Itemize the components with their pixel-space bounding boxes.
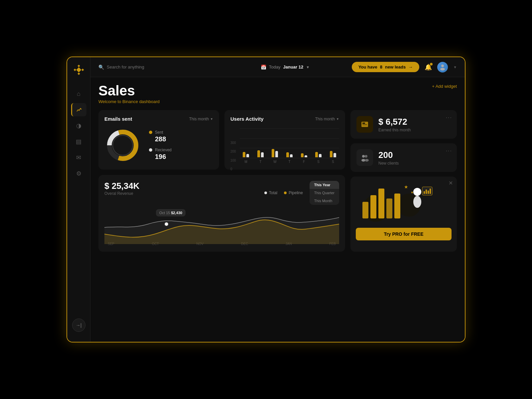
calendar-icon: 📅 bbox=[261, 65, 266, 70]
bar-gold bbox=[301, 153, 304, 157]
bar-x-label: M bbox=[245, 160, 247, 164]
bar-x-label: T bbox=[259, 160, 261, 164]
svg-rect-31 bbox=[426, 190, 427, 194]
clients-label: New clients bbox=[378, 161, 399, 166]
collapse-button[interactable]: →| bbox=[72, 319, 85, 332]
received-legend-item: Recieved 196 bbox=[149, 148, 172, 161]
bar-white bbox=[305, 155, 307, 157]
leads-button[interactable]: You have 8 new leads → bbox=[352, 62, 419, 72]
clients-icon bbox=[356, 149, 373, 166]
bar-white bbox=[261, 152, 264, 157]
svg-rect-23 bbox=[386, 199, 392, 218]
bar-group: S bbox=[312, 127, 325, 164]
svg-text:★: ★ bbox=[411, 191, 414, 194]
clients-menu[interactable]: ··· bbox=[446, 148, 452, 154]
revenue-value: $ 25,34K bbox=[104, 181, 140, 191]
svg-rect-2 bbox=[77, 72, 80, 75]
svg-rect-1 bbox=[73, 68, 76, 71]
earnings-label: Earned this month bbox=[378, 128, 411, 132]
svg-point-14 bbox=[362, 155, 365, 158]
bar-group: F bbox=[298, 127, 310, 164]
earnings-menu[interactable]: ··· bbox=[446, 115, 452, 121]
svg-rect-12 bbox=[362, 123, 365, 124]
pro-illustration-svg: ★ ★ bbox=[356, 182, 436, 222]
bar-gold bbox=[272, 149, 274, 158]
svg-point-34 bbox=[165, 222, 169, 226]
page-title: Sales bbox=[98, 84, 160, 98]
sidebar-item-sales[interactable] bbox=[71, 103, 86, 116]
earnings-value: $ 6,572 bbox=[378, 117, 411, 127]
tooltip-date: Oct 15 bbox=[159, 211, 170, 215]
bar-x-label: S bbox=[332, 160, 334, 164]
total-dot bbox=[264, 192, 267, 194]
date-value: Januar 12 bbox=[283, 65, 303, 69]
bar-group: T bbox=[254, 127, 267, 164]
emails-legend: Sent 288 Recieved 196 bbox=[149, 130, 172, 161]
total-legend: Total bbox=[264, 191, 277, 195]
activity-filter[interactable]: This month ▼ bbox=[315, 117, 339, 121]
activity-filter-icon: ▼ bbox=[336, 117, 339, 121]
clients-info: 200 New clients bbox=[378, 150, 399, 166]
bar-group: W bbox=[269, 127, 281, 164]
avatar[interactable] bbox=[437, 62, 448, 72]
activity-chart-area: 300 200 100 0 MTWTFSS bbox=[230, 127, 339, 164]
emails-filter[interactable]: This month ▼ bbox=[189, 117, 213, 121]
revenue-label: Overal Revenue bbox=[104, 191, 140, 196]
svg-point-26 bbox=[413, 196, 421, 208]
revenue-card: $ 25,34K Overal Revenue Total bbox=[98, 175, 345, 252]
svg-rect-13 bbox=[362, 124, 367, 125]
sidebar-bottom: →| bbox=[72, 319, 85, 332]
svg-rect-0 bbox=[77, 65, 80, 67]
emails-title: Emails sent bbox=[104, 116, 132, 122]
svg-rect-3 bbox=[81, 68, 84, 71]
bar-white bbox=[319, 154, 322, 158]
donut-chart bbox=[104, 127, 141, 164]
notification-bell[interactable]: 🔔 bbox=[425, 64, 432, 71]
pipeline-label: Pipeline bbox=[289, 191, 303, 195]
avatar-dropdown-icon[interactable]: ▼ bbox=[453, 65, 457, 69]
clients-value: 200 bbox=[378, 150, 399, 160]
date-dropdown-icon[interactable]: ▼ bbox=[306, 65, 310, 69]
time-opt-month[interactable]: This Month bbox=[310, 197, 339, 205]
sent-legend-label: Sent bbox=[149, 130, 172, 135]
sidebar-item-documents[interactable]: ▤ bbox=[71, 135, 86, 148]
y-axis-labels: 300 200 100 0 bbox=[230, 141, 236, 171]
svg-rect-30 bbox=[424, 191, 425, 194]
add-widget-button[interactable]: + Add widget bbox=[432, 84, 457, 89]
emails-content: Sent 288 Recieved 196 bbox=[104, 127, 213, 164]
sidebar-item-messages[interactable]: ✉ bbox=[71, 151, 86, 164]
pipeline-dot bbox=[284, 192, 287, 194]
page-subtitle: Welcome to Binance dashboard bbox=[98, 99, 160, 104]
main-area: 🔍 📅 Today Januar 12 ▼ You have 8 new lea… bbox=[90, 57, 465, 342]
subtitle-suffix: dashboard bbox=[139, 99, 160, 104]
bar-gold bbox=[330, 151, 332, 158]
bar-x-label: F bbox=[303, 160, 305, 164]
emails-card: Emails sent This month ▼ bbox=[98, 110, 219, 170]
pro-cta-button[interactable]: Try PRO for FREE bbox=[356, 228, 452, 240]
chart-tooltip: Oct 15 $2,430 bbox=[156, 209, 186, 216]
bar-gold bbox=[243, 152, 245, 158]
bar-group: M bbox=[240, 127, 252, 164]
sidebar-item-home[interactable]: ⌂ bbox=[71, 87, 86, 100]
bar-white bbox=[246, 154, 249, 158]
header: 🔍 📅 Today Januar 12 ▼ You have 8 new lea… bbox=[90, 57, 465, 77]
sidebar-item-settings[interactable]: ⚙ bbox=[71, 167, 86, 180]
time-opt-year[interactable]: This Year bbox=[310, 181, 339, 189]
activity-card-header: Users Activity This month ▼ bbox=[230, 116, 339, 122]
clients-stat-card: ··· 200 New clients bbox=[350, 143, 457, 172]
sent-value: 288 bbox=[149, 135, 172, 143]
sidebar-item-analytics[interactable]: ◑ bbox=[71, 119, 86, 132]
logo[interactable] bbox=[73, 64, 85, 77]
tooltip-value: $2,430 bbox=[171, 211, 182, 215]
bar-x-label: T bbox=[288, 160, 290, 164]
search-input[interactable] bbox=[107, 65, 173, 69]
time-opt-quarter[interactable]: This Quarter bbox=[310, 189, 339, 197]
bar-white bbox=[275, 151, 278, 158]
search-bar: 🔍 bbox=[98, 65, 218, 70]
wave-svg bbox=[104, 207, 339, 244]
time-selector: This Year This Quarter This Month bbox=[310, 181, 339, 205]
emails-filter-icon: ▼ bbox=[210, 117, 213, 121]
svg-rect-20 bbox=[362, 202, 368, 218]
leads-prefix: You have bbox=[358, 65, 377, 69]
date-display: 📅 Today Januar 12 ▼ bbox=[225, 65, 345, 70]
